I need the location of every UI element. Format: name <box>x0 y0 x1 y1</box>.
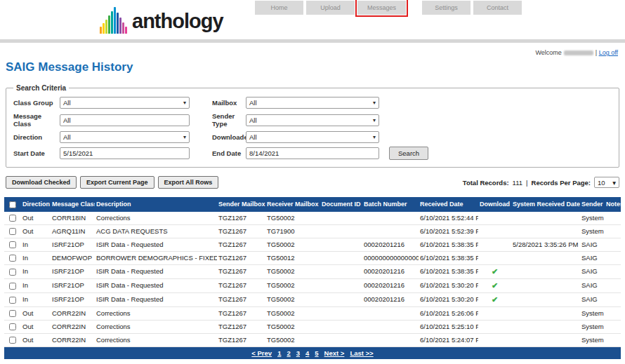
cell-system-received-date <box>511 212 580 225</box>
nav-settings-button[interactable]: Settings <box>422 1 471 15</box>
cell-notes <box>605 320 621 333</box>
pagination-page-5[interactable]: 5 <box>315 349 318 357</box>
cell-batch-number: 00020201216 <box>362 278 419 292</box>
class-group-select[interactable]: All ▾ <box>60 97 190 109</box>
logo-wordmark: anthology <box>132 11 223 34</box>
cell-sender-mailbox: TGZ1267 <box>217 306 265 320</box>
logo-bar <box>122 22 124 34</box>
records-per-page-label: Records Per Page: <box>532 179 591 187</box>
downloaded-label: Downloaded <box>212 133 246 141</box>
cell-batch-number <box>362 333 419 346</box>
logo-bar <box>117 13 119 34</box>
cell-direction: In <box>21 278 51 292</box>
cell-sender-mailbox: TGZ1267 <box>217 292 265 306</box>
direction-label: Direction <box>13 133 60 141</box>
row-checkbox[interactable] <box>9 337 16 344</box>
cell-download: ✔ <box>478 278 511 292</box>
table-row: OutAGRQ11INACG DATA REQUESTSTGZ1267TG719… <box>4 224 621 238</box>
cell-received-date: 6/10/2021 5:25:10 PM <box>419 320 478 333</box>
pagination-bar: < Prev12345Next >Last >> <box>4 347 621 359</box>
chevron-down-icon: ▾ <box>612 179 616 187</box>
pagination-next[interactable]: Next > <box>324 349 345 357</box>
start-date-input[interactable] <box>60 147 190 159</box>
total-records-label: Total Records: <box>463 179 509 187</box>
row-checkbox[interactable] <box>9 269 16 276</box>
cell-description: Corrections <box>95 212 217 225</box>
cell-sender-mailbox: TGZ1267 <box>217 264 265 278</box>
direction-select[interactable]: All ▾ <box>60 131 190 143</box>
cell-batch-number <box>362 306 419 320</box>
cell-system-received-date <box>511 320 580 333</box>
message-table-body: OutCORR18INCorrectionsTGZ1267TG500026/10… <box>4 212 621 347</box>
end-date-input[interactable] <box>246 147 379 159</box>
cell-received-date: 6/10/2021 5:26:06 PM <box>419 306 478 320</box>
cell-receiver-mailbox: TG50002 <box>265 212 320 225</box>
cell-sender: SAIG <box>580 251 605 264</box>
welcome-label: Welcome <box>535 49 561 56</box>
cell-received-date: 6/10/2021 5:52:44 PM <box>419 212 478 225</box>
col-receiver-mailbox: Receiver Mailbox <box>265 197 320 212</box>
pagination-prev[interactable]: < Prev <box>251 349 272 357</box>
col-notes: Notes <box>605 197 621 212</box>
nav-messages-button[interactable]: Messages <box>357 1 406 15</box>
row-checkbox[interactable] <box>9 323 16 330</box>
cell-sender: System <box>580 306 605 320</box>
cell-receiver-mailbox: TG50002 <box>265 320 320 333</box>
logo-bar <box>119 18 121 34</box>
col-message-class: Message Class <box>51 197 95 212</box>
pagination-last[interactable]: Last >> <box>350 349 373 357</box>
cell-message-class: ISRF21OP <box>51 264 95 278</box>
sender-type-label: Sender Type <box>212 112 246 128</box>
message-class-input[interactable] <box>60 114 190 126</box>
records-per-page-select[interactable]: 10 ▾ <box>594 177 619 188</box>
cell-received-date: 6/10/2021 5:30:20 PM <box>419 292 478 306</box>
select-all-checkbox[interactable] <box>9 201 16 208</box>
download-check-icon: ✔ <box>492 281 498 290</box>
pagination-page-3[interactable]: 3 <box>296 349 300 357</box>
cell-document-id <box>320 278 362 292</box>
download-checked-button[interactable]: Download Checked <box>6 176 77 189</box>
cell-document-id <box>320 333 362 346</box>
summary-separator: | <box>526 179 527 187</box>
cell-sender: SAIG <box>580 238 605 251</box>
cell-direction: Out <box>21 333 51 346</box>
row-checkbox[interactable] <box>9 255 16 262</box>
log-off-link[interactable]: Log off <box>599 49 618 56</box>
mailbox-label: Mailbox <box>212 99 246 107</box>
cell-sender-mailbox: TGZ1267 <box>217 212 265 225</box>
logo-bar <box>125 27 127 34</box>
export-all-rows-button[interactable]: Export All Rows <box>158 176 219 189</box>
row-checkbox[interactable] <box>9 241 16 248</box>
export-current-page-button[interactable]: Export Current Page <box>80 176 154 189</box>
table-row: OutCORR22INCorrectionsTGZ1267TG500026/10… <box>4 320 621 333</box>
row-checkbox[interactable] <box>9 215 16 222</box>
nav-upload-button[interactable]: Upload <box>306 1 355 15</box>
logo-bar <box>103 23 105 34</box>
pagination-page-1[interactable]: 1 <box>277 349 281 357</box>
cell-sender-mailbox: TGZ1267 <box>217 278 265 292</box>
cell-direction: In <box>21 264 51 278</box>
cell-sender-mailbox: TGZ1267 <box>217 333 265 346</box>
logo-bar <box>108 15 110 34</box>
row-checkbox[interactable] <box>9 310 16 317</box>
downloaded-select[interactable]: All ▾ <box>246 131 379 143</box>
records-per-page-value: 10 <box>598 179 605 187</box>
row-checkbox[interactable] <box>9 228 16 235</box>
nav-contact-button[interactable]: Contact <box>473 1 522 15</box>
nav-home-button[interactable]: Home <box>255 1 303 15</box>
cell-download <box>478 224 511 238</box>
pagination-page-2[interactable]: 2 <box>287 349 290 357</box>
message-class-label: Message Class <box>13 112 60 128</box>
cell-direction: Out <box>21 306 51 320</box>
pagination-page-4[interactable]: 4 <box>305 349 309 357</box>
search-button[interactable]: Search <box>389 147 428 160</box>
mailbox-select[interactable]: All ▾ <box>246 97 379 109</box>
sender-type-select[interactable]: All ▾ <box>246 114 379 126</box>
cell-batch-number: 00020201216 <box>362 238 419 251</box>
cell-download <box>478 333 511 346</box>
row-checkbox[interactable] <box>9 283 16 290</box>
cell-system-received-date: 5/28/2021 3:35:26 PM <box>511 238 580 251</box>
row-checkbox[interactable] <box>9 297 16 304</box>
cell-notes <box>605 251 621 264</box>
cell-notes <box>605 224 621 238</box>
